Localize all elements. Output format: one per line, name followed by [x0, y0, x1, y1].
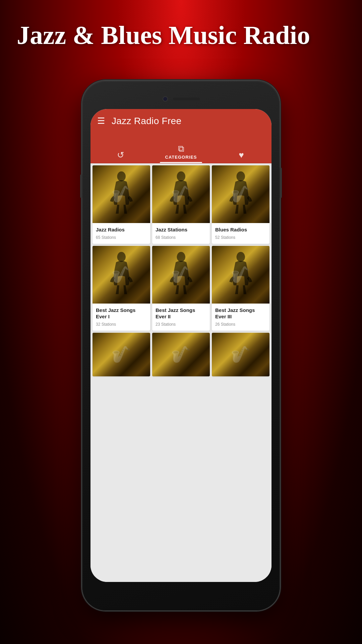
card-title-best-jazz-3: Best Jazz Songs Ever III [215, 307, 266, 320]
card-info-best-jazz-1: Best Jazz Songs Ever I 32 Stations [93, 304, 150, 331]
card-info-best-jazz-2: Best Jazz Songs Ever II 23 Stations [152, 304, 210, 331]
card-title-jazz-radios: Jazz Radios [96, 226, 147, 233]
card-image-partial-1 [93, 333, 150, 376]
phone-device: ☰ Jazz Radio Free ↺ ⧉ CATEGORIES ♥ [82, 80, 280, 610]
tabs-bar: ↺ ⧉ CATEGORIES ♥ [90, 133, 272, 163]
card-title-jazz-stations: Jazz Stations [156, 226, 206, 233]
categories-grid: Jazz Radios 65 Stations [90, 163, 272, 582]
card-image-partial-3 [212, 333, 269, 376]
card-image-jazz-stations [152, 165, 210, 223]
power-button [280, 168, 282, 198]
category-card-jazz-stations[interactable]: Jazz Stations 68 Stations [152, 165, 210, 244]
card-info-jazz-radios: Jazz Radios 65 Stations [93, 223, 150, 244]
silhouette-jazz-stations [152, 165, 210, 223]
svg-point-3 [117, 252, 125, 262]
card-image-best-jazz-2 [152, 246, 210, 304]
category-card-best-jazz-2[interactable]: Best Jazz Songs Ever II 23 Stations [152, 246, 210, 331]
card-image-best-jazz-1 [93, 246, 150, 304]
card-stations-jazz-radios: 65 Stations [96, 235, 147, 240]
phone-speaker [173, 98, 200, 100]
card-image-partial-2 [152, 333, 210, 376]
card-stations-best-jazz-2: 23 Stations [156, 322, 206, 327]
category-card-blues-radios[interactable]: Blues Radios 52 Stations [212, 165, 269, 244]
card-image-best-jazz-3 [212, 246, 269, 304]
svg-point-4 [177, 252, 185, 262]
category-card-jazz-radios[interactable]: Jazz Radios 65 Stations [93, 165, 150, 244]
category-card-partial-2[interactable] [152, 333, 210, 376]
card-title-best-jazz-1: Best Jazz Songs Ever I [96, 307, 147, 320]
category-card-best-jazz-1[interactable]: Best Jazz Songs Ever I 32 Stations [93, 246, 150, 331]
layers-icon: ⧉ [178, 145, 184, 153]
svg-point-5 [236, 252, 245, 262]
card-stations-best-jazz-1: 32 Stations [96, 322, 147, 327]
history-icon: ↺ [117, 151, 124, 160]
tab-favorites[interactable]: ♥ [211, 151, 272, 163]
silhouette-blues-radios [212, 165, 269, 223]
svg-point-1 [177, 171, 185, 181]
tab-history[interactable]: ↺ [90, 151, 151, 163]
tab-categories[interactable]: ⧉ CATEGORIES [151, 145, 211, 163]
page-title: Jazz & Blues Music Radio [17, 20, 345, 50]
app-topbar: ☰ Jazz Radio Free [90, 109, 272, 133]
phone-screen: ☰ Jazz Radio Free ↺ ⧉ CATEGORIES ♥ [90, 109, 272, 582]
card-info-best-jazz-3: Best Jazz Songs Ever III 26 Stations [212, 304, 269, 331]
tab-categories-label: CATEGORIES [165, 155, 197, 160]
card-title-best-jazz-2: Best Jazz Songs Ever II [156, 307, 206, 320]
silhouette-best-jazz-3 [212, 246, 269, 304]
card-stations-best-jazz-3: 26 Stations [215, 322, 266, 327]
card-stations-blues-radios: 52 Stations [215, 235, 266, 240]
heart-icon: ♥ [239, 151, 244, 160]
card-info-jazz-stations: Jazz Stations 68 Stations [152, 223, 210, 244]
card-info-blues-radios: Blues Radios 52 Stations [212, 223, 269, 244]
category-card-partial-1[interactable] [93, 333, 150, 376]
volume-button [80, 174, 82, 198]
app-container: ☰ Jazz Radio Free ↺ ⧉ CATEGORIES ♥ [90, 109, 272, 582]
category-card-partial-3[interactable] [212, 333, 269, 376]
card-image-jazz-radios [93, 165, 150, 223]
svg-point-2 [236, 171, 245, 181]
silhouette-best-jazz-2 [152, 246, 210, 304]
silhouette-best-jazz-1 [93, 246, 150, 304]
card-stations-jazz-stations: 68 Stations [156, 235, 206, 240]
silhouette-jazz-radios [93, 165, 150, 223]
svg-point-0 [117, 171, 125, 181]
phone-camera [163, 96, 168, 102]
category-card-best-jazz-3[interactable]: Best Jazz Songs Ever III 26 Stations [212, 246, 269, 331]
phone-top-bar [151, 96, 211, 102]
app-title: Jazz Radio Free [112, 116, 181, 126]
card-title-blues-radios: Blues Radios [215, 226, 266, 233]
hamburger-icon[interactable]: ☰ [97, 117, 105, 125]
card-image-blues-radios [212, 165, 269, 223]
